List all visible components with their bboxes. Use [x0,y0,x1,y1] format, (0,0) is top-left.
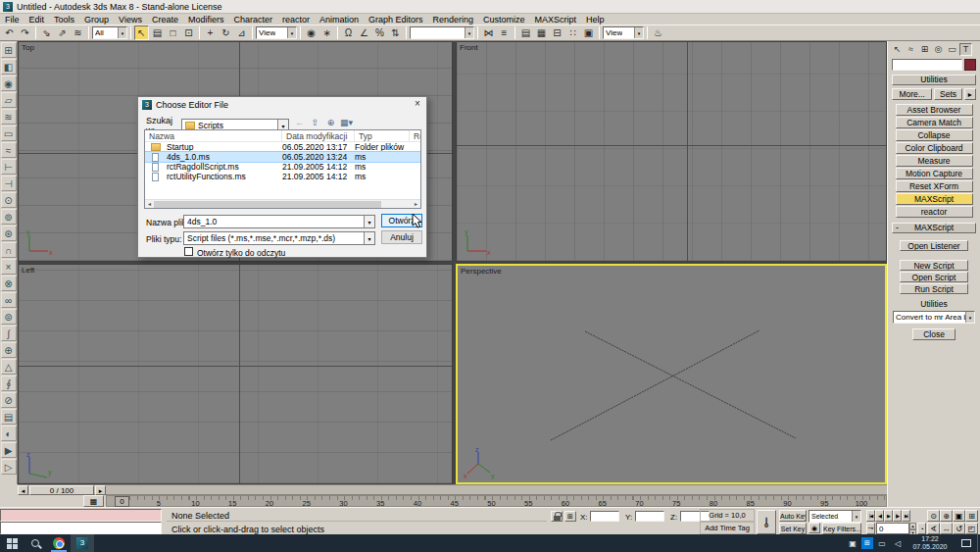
column-header-ro[interactable]: Ro [410,130,421,141]
select-by-name-icon[interactable]: ▤ [150,25,165,40]
play-animation-button[interactable]: ▶ [884,510,893,522]
select-and-rotate-icon[interactable]: ↻ [219,25,233,40]
tab-motion[interactable]: ◎ [932,43,945,56]
file-row[interactable]: 4ds_1.0.ms06.05.2020 13:24ms [145,152,420,162]
taskbar-search-button[interactable] [24,534,47,552]
selection-filter-dropdown[interactable]: All▾ [92,26,127,39]
menu-create[interactable]: Create [147,15,183,25]
chevron-down-icon[interactable]: ▾ [118,27,126,38]
point-path-constraint-icon[interactable]: ⊚ [1,209,17,225]
analyze-world-icon[interactable]: ◐ [1,426,17,441]
read-only-checkbox[interactable] [184,247,193,256]
absolute-offset-mode-toggle[interactable]: ⊞ [564,511,576,522]
preview-animation-icon[interactable]: ▶ [1,442,17,458]
menu-file[interactable]: File [0,15,24,25]
viewport-perspective-label[interactable]: Perspective [461,267,502,276]
chevron-down-icon[interactable]: ▾ [634,27,643,38]
maximize-viewport-toggle-icon[interactable]: ◰ [965,523,978,534]
maxscript-rollout-header[interactable]: -MAXScript [892,223,976,233]
scroll-left-icon[interactable]: ◂ [145,200,154,209]
tab-hierarchy[interactable]: ⊞ [918,43,931,56]
file-row[interactable]: Startup06.05.2020 13:17Folder plików [145,142,420,152]
align-icon[interactable]: ≡ [497,25,512,40]
tab-display[interactable]: ▭ [946,43,958,56]
tab-modify[interactable]: ≈ [905,43,917,56]
menu-group[interactable]: Group [79,15,114,25]
utility-camera-match-button[interactable]: Camera Match [896,117,973,128]
menu-character[interactable]: Character [228,15,277,25]
file-row[interactable]: rctUtilityFunctions.ms21.09.2005 14:12ms [145,172,420,181]
auto-key-toggle[interactable]: Auto Key [779,510,807,522]
file-name-input[interactable] [187,217,374,226]
arc-rotate-icon[interactable]: ↺ [953,523,965,534]
spring-icon[interactable]: ≈ [1,142,17,158]
time-slider-prev-arrow[interactable]: ◂ [18,485,28,495]
menu-modifiers[interactable]: Modifiers [183,15,229,25]
redo-icon[interactable]: ↷ [18,25,32,40]
chevron-down-icon[interactable]: ▾ [852,511,860,522]
curve-editor-icon[interactable]: ▦ [534,25,549,40]
time-slider[interactable]: ◂ 0 / 100 ▸ [18,484,887,495]
viewport-top-label[interactable]: Top [22,43,34,52]
angular-dashpot-icon[interactable]: ⊣ [1,176,17,191]
time-slider-button[interactable]: 0 / 100 [29,485,94,495]
chevron-down-icon[interactable]: ▾ [364,232,374,244]
field-of-view-icon[interactable]: ∢ [927,523,940,534]
spinner-up-icon[interactable]: ▲ [909,523,916,529]
up-one-level-button[interactable]: ⇧ [309,117,321,129]
menu-animation[interactable]: Animation [315,15,364,25]
key-filters-button[interactable]: Key Filters... [822,523,861,534]
create-animation-icon[interactable]: ▷ [1,459,17,475]
material-editor-icon[interactable]: ∷ [565,25,580,40]
dialog-close-button[interactable]: × [409,97,426,112]
go-to-start-button[interactable]: |◀ [866,510,875,522]
undo-icon[interactable]: ↶ [2,25,17,40]
tray-icon-apps[interactable]: ▣ [846,536,859,550]
action-center-button[interactable] [956,534,977,552]
zoom-icon[interactable]: ⊙ [927,510,940,522]
utilities-rollout-header[interactable]: Utilities [892,75,976,85]
go-to-end-button[interactable]: ▶| [902,510,910,522]
wind-icon[interactable]: ⊕ [1,342,17,358]
angle-snap-icon[interactable]: ∠ [357,25,371,40]
current-frame-marker[interactable]: 0 [115,496,129,507]
object-name-field[interactable] [892,59,962,71]
plane-icon[interactable]: ▭ [1,125,17,141]
more-utilities-button[interactable]: More... [892,88,932,100]
column-header-typ[interactable]: Typ [355,130,410,141]
taskbar-3dsmax-button[interactable]: 3 [71,534,94,552]
column-header-data-modyfikacji[interactable]: Data modyfikacji [282,130,355,141]
ragdoll-constraint-icon[interactable]: × [1,259,17,275]
configure-button-sets-icon[interactable]: ▸ [964,88,976,100]
maxscript-mini-listener[interactable] [0,522,162,534]
utility-collapse-button[interactable]: Collapse [896,129,973,141]
pan-icon[interactable]: ↔ [940,523,953,534]
maxscript-new-script-button[interactable]: New Script [900,260,968,271]
render-scene-icon[interactable]: ▣ [581,25,596,40]
previous-frame-button[interactable]: ◀| [875,510,884,522]
cloth-collection-icon[interactable]: ◧ [1,59,17,75]
spline-objects[interactable] [458,266,887,484]
maxscript-run-script-button[interactable]: Run Script [900,283,968,294]
dialog-title-bar[interactable]: 3 Choose Editor File × [138,97,426,112]
menu-views[interactable]: Views [114,15,147,25]
fracture-icon[interactable]: ⊘ [1,392,17,408]
horizontal-scrollbar[interactable]: ◂ ▸ [145,199,420,208]
schematic-view-icon[interactable]: ⊟ [550,25,564,40]
views-menu-button[interactable]: ▦▾ [340,117,353,129]
file-type-dropdown[interactable]: Script files (*.ms,*.mse,*.mcr,*.mzp,*.d… [183,231,375,245]
prismatic-constraint-icon[interactable]: ∞ [1,292,17,308]
scrollbar-thumb[interactable] [154,201,381,208]
close-utility-button[interactable]: Close [912,328,956,340]
collapse-rollout-icon[interactable]: - [896,224,899,232]
utility-motion-capture-button[interactable]: Motion Capture [896,168,973,179]
open-property-editor-icon[interactable]: ▤ [1,409,17,425]
hinge-constraint-icon[interactable]: ∩ [1,242,17,258]
viewport-front[interactable]: Front x y [456,41,887,262]
time-slider-next-arrow[interactable]: ▸ [95,485,106,495]
file-row[interactable]: rctRagdollScript.ms21.09.2005 14:12ms [145,162,420,172]
deforming-mesh-collection-icon[interactable]: ≋ [1,109,17,125]
utility-color-clipboard-button[interactable]: Color Clipboard [896,142,973,154]
menu-maxscript[interactable]: MAXScript [530,15,582,25]
tray-icon-display[interactable]: ▭ [875,536,889,550]
